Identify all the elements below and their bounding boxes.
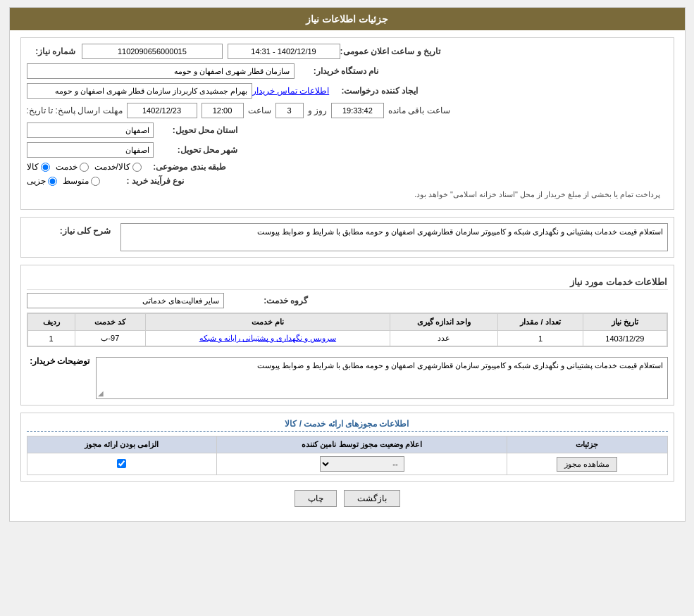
general-desc-section: استعلام قیمت خدمات پشتیبانی و نگهداری شب… — [20, 217, 674, 258]
buyer-org-label: نام دستگاه خریدار: — [295, 66, 379, 76]
cell-code: 97-ب — [75, 331, 145, 346]
general-desc-box: استعلام قیمت خدمات پشتیبانی و نگهداری شب… — [120, 223, 668, 251]
services-section: اطلاعات خدمات مورد نیاز گروه خدمت: تاریخ… — [20, 265, 674, 406]
service-group-label: گروه خدمت: — [224, 296, 309, 306]
deadline-date-input[interactable] — [127, 103, 197, 118]
row-purchase-type: نوع فرآیند خرید : متوسط جزیی — [27, 176, 668, 186]
permissions-section: اطلاعات مجوزهای ارائه خدمت / کالا جزئیات… — [20, 413, 674, 482]
creator-label: ایجاد کننده درخواست: — [333, 86, 418, 96]
radio-khedmat-input[interactable] — [80, 163, 89, 172]
row-purchase-desc: پرداخت تمام یا بخشی از مبلغ خریدار از مح… — [27, 190, 661, 199]
contact-link[interactable]: اطلاعات تماس خریدار — [252, 86, 330, 96]
buyer-notes-label: توضیحات خریدار: — [27, 354, 90, 366]
date-announce-input[interactable] — [228, 44, 340, 59]
permit-required-checkbox[interactable] — [117, 459, 126, 468]
row-service-group: گروه خدمت: — [27, 293, 668, 308]
buyer-notes-section: استعلام قیمت خدمات پشتیبانی و نگهداری شب… — [27, 354, 668, 399]
services-table-container: تاریخ نیاز تعداد / مقدار واحد اندازه گیر… — [27, 313, 668, 347]
content-area: تاریخ و ساعت اعلان عمومی: شماره نیاز: نا… — [10, 30, 685, 521]
province-label: استان محل تحویل: — [154, 125, 238, 135]
category-radio-group: کالا/خدمت خدمت کالا — [27, 162, 142, 172]
page-header: جزئیات اطلاعات نیاز — [10, 8, 685, 30]
permissions-table: جزئیات اعلام وضعیت مجوز توسط نامین کننده… — [27, 436, 668, 475]
table-row: 1403/12/29 1 عدد سرویس و نگهداری و پشتیب… — [27, 331, 667, 346]
general-desc-text: استعلام قیمت خدمات پشتیبانی و نگهداری شب… — [257, 227, 663, 236]
city-input[interactable] — [27, 142, 154, 158]
col-required: الزامی بودن ارائه مجوز — [27, 436, 216, 453]
perm-row: مشاهده مجوز -- — [27, 453, 667, 475]
need-number-label: شماره نیاز: — [27, 46, 76, 56]
permissions-title: اطلاعات مجوزهای ارائه خدمت / کالا — [27, 419, 668, 432]
row-need-number: تاریخ و ساعت اعلان عمومی: شماره نیاز: — [27, 44, 668, 59]
row-province: استان محل تحویل: — [27, 122, 668, 138]
time-label: ساعت — [248, 106, 271, 115]
row-category: طبقه بندی موضوعی: کالا/خدمت خدمت کالا — [27, 162, 668, 172]
col-qty: تعداد / مقدار — [497, 314, 583, 331]
time-input[interactable] — [202, 103, 244, 118]
purchase-type-label: نوع فرآیند خرید : — [100, 176, 185, 186]
buyer-org-input[interactable] — [27, 63, 295, 79]
col-unit: واحد اندازه گیری — [390, 314, 497, 331]
col-date: تاریخ نیاز — [583, 314, 667, 331]
creator-input[interactable] — [27, 83, 252, 99]
action-buttons: بازگشت چاپ — [20, 490, 674, 514]
purchase-type-radio-group: متوسط جزیی — [27, 176, 100, 186]
permit-status-select[interactable]: -- — [320, 456, 404, 472]
radio-jozi[interactable]: جزیی — [27, 176, 57, 186]
view-permit-button[interactable]: مشاهده مجوز — [557, 457, 617, 472]
radio-kala-khedmat-input[interactable] — [132, 163, 142, 172]
need-number-input[interactable] — [82, 44, 223, 59]
row-buyer-org: نام دستگاه خریدار: — [27, 63, 668, 79]
category-label: طبقه بندی موضوعی: — [142, 162, 226, 172]
radio-jozi-input[interactable] — [48, 177, 57, 186]
cell-row: 1 — [27, 331, 75, 346]
radio-kala-input[interactable] — [41, 163, 50, 172]
buyer-desc-text: استعلام قیمت خدمات پشتیبانی و نگهداری شب… — [257, 361, 663, 370]
perm-details-cell: مشاهده مجوز — [507, 453, 667, 475]
basic-info-section: تاریخ و ساعت اعلان عمومی: شماره نیاز: نا… — [20, 37, 674, 210]
general-desc-label: شرح کلی نیاز: — [27, 223, 111, 236]
services-table: تاریخ نیاز تعداد / مقدار واحد اندازه گیر… — [27, 313, 667, 346]
cell-qty: 1 — [497, 331, 583, 346]
buyer-desc-box: استعلام قیمت خدمات پشتیبانی و نگهداری شب… — [96, 357, 668, 399]
row-deadline: ساعت باقی مانده روز و ساعت مهلت ارسال پا… — [27, 103, 668, 118]
col-details: جزئیات — [507, 436, 667, 453]
print-button[interactable]: چاپ — [295, 490, 337, 507]
page-title: جزئیات اطلاعات نیاز — [306, 13, 388, 25]
radio-kala[interactable]: کالا — [27, 162, 50, 172]
province-input[interactable] — [27, 122, 154, 138]
col-row: ردیف — [27, 314, 75, 331]
resize-icon: ◢ — [98, 389, 104, 397]
row-creator: ایجاد کننده درخواست: اطلاعات تماس خریدار — [27, 83, 668, 99]
remaining-label: ساعت باقی مانده — [388, 106, 450, 115]
purchase-desc-text: پرداخت تمام یا بخشی از مبلغ خریدار از مح… — [414, 190, 661, 199]
radio-kala-khedmat[interactable]: کالا/خدمت — [94, 162, 142, 172]
remaining-input[interactable] — [331, 103, 384, 118]
cell-name: سرویس و نگهداری و پشتیبانی رایانه و شبکه — [145, 331, 390, 346]
perm-status-cell: -- — [216, 453, 507, 475]
radio-mottaset-input[interactable] — [91, 177, 100, 186]
deadline-label: مهلت ارسال پاسخ: تا تاریخ: — [27, 106, 123, 115]
date-announce-label: تاریخ و ساعت اعلان عمومی: — [340, 46, 440, 56]
service-group-input[interactable] — [27, 293, 224, 308]
back-button[interactable]: بازگشت — [344, 490, 400, 507]
main-container: جزئیات اطلاعات نیاز تاریخ و ساعت اعلان ع… — [9, 7, 686, 522]
city-label: شهر محل تحویل: — [154, 145, 238, 155]
buyer-notes-wrapper: استعلام قیمت خدمات پشتیبانی و نگهداری شب… — [27, 354, 668, 399]
services-title: اطلاعات خدمات مورد نیاز — [27, 277, 668, 290]
col-name: نام خدمت — [145, 314, 390, 331]
col-code: کد خدمت — [75, 314, 145, 331]
cell-unit: عدد — [390, 331, 497, 346]
days-input[interactable] — [275, 103, 304, 118]
perm-required-cell — [27, 453, 216, 475]
row-city: شهر محل تحویل: — [27, 142, 668, 158]
radio-khedmat[interactable]: خدمت — [56, 162, 89, 172]
day-label: روز و — [308, 106, 327, 115]
cell-date: 1403/12/29 — [583, 331, 667, 346]
radio-mottaset[interactable]: متوسط — [63, 176, 100, 186]
col-status-announce: اعلام وضعیت مجوز توسط نامین کننده — [216, 436, 507, 453]
